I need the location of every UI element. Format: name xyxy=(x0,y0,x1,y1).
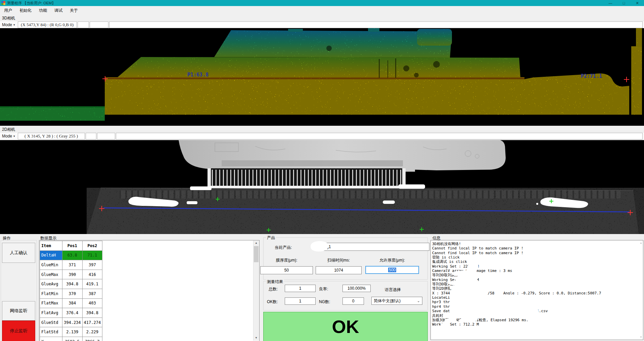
app-icon xyxy=(1,1,5,5)
chevron-down-icon: ⌄ xyxy=(417,299,420,303)
scan-time-label: 扫描时间ms: xyxy=(316,258,362,263)
log-line: Save dat 9110233.csv xyxy=(432,309,637,313)
ng-count-input[interactable]: 0 xyxy=(342,297,364,305)
log-line: CameralV array to HImage time : 3 ms xyxy=(432,269,637,273)
pixel-readout-3d: (X 5473,Y 84) : (R 0,G 0,B 0) xyxy=(18,21,77,28)
readout-cell xyxy=(109,21,643,28)
current-product-input[interactable]: g1 xyxy=(314,243,429,251)
cell-item: GlueMin xyxy=(40,260,62,270)
column-header: Item xyxy=(40,241,62,251)
log-line: Cannot find local IP to match camera IP … xyxy=(432,251,637,255)
result-status-box: OK xyxy=(263,312,428,341)
scroll-up-icon[interactable]: ▲ xyxy=(640,241,642,244)
cell-pos1: 370 xyxy=(62,289,83,298)
table-row[interactable]: GlueStd394.234417.274 xyxy=(40,318,102,327)
log-line: Working Set : 421.0 M xyxy=(432,278,637,282)
cell-pos2: 71.1 xyxy=(82,250,102,260)
cell-pos2: 387 xyxy=(82,289,102,298)
film-thickness-input[interactable]: 50 xyxy=(260,266,313,274)
language-select-label: 语言选择 xyxy=(385,287,401,293)
cell-pos2: 397 xyxy=(82,260,102,270)
table-row[interactable]: GlueMax390416 xyxy=(40,270,102,279)
readout-cell xyxy=(97,133,115,139)
allowed-thickness-input[interactable]: 500 xyxy=(365,266,419,274)
cell-pos1: 63.8 xyxy=(62,250,83,260)
mode-dropdown-2d[interactable]: Mode ▾ xyxy=(0,132,17,140)
height-map-3d[interactable]: P1:63.8 P2:71.1 xyxy=(0,28,644,126)
readout-cell xyxy=(86,133,96,139)
menu-item-2[interactable]: 功能 xyxy=(36,6,50,15)
table-row[interactable]: FlatMin370387 xyxy=(40,289,102,298)
grayscale-image-2d[interactable] xyxy=(0,140,644,234)
cell-item: DeltaH xyxy=(40,250,62,260)
cell-pos1: 394.234 xyxy=(62,318,83,327)
table-row[interactable]: FlatStd2.1392.229 xyxy=(40,327,102,337)
table-scrollbar[interactable]: ▲ ▼ xyxy=(253,240,259,341)
log-line: LocateLi st : 0 xyxy=(432,295,637,300)
results-title: 测量结果 xyxy=(266,279,284,285)
yield-input[interactable]: 100.000% xyxy=(342,285,371,292)
scrollbar-thumb[interactable] xyxy=(254,246,259,262)
film-thickness-label: 膜厚度(μm): xyxy=(260,258,313,263)
cell-item: FlatMin xyxy=(40,289,62,298)
readout-cell xyxy=(78,21,89,28)
menu-item-1[interactable]: 初始化 xyxy=(16,6,35,15)
mode-dropdown-3d[interactable]: Mode ▾ xyxy=(0,21,17,29)
table-row[interactable]: FlatMax384403 xyxy=(40,298,102,308)
stop-listen-button[interactable]: 停止监听 xyxy=(2,321,35,341)
log-line: 登陆 is click xyxy=(432,255,637,260)
camera3d-label: 3D相机 xyxy=(2,15,15,21)
cell-item: FlatMax xyxy=(40,298,62,308)
log-line: 加载3张图 4线 行AOI检查, Elapsed 19296 ms. xyxy=(432,318,637,322)
log-line: hpr4 thr xyxy=(432,304,637,309)
total-count-input[interactable]: 1 xyxy=(285,285,316,292)
menu-item-0[interactable]: 用户 xyxy=(1,6,15,15)
language-dropdown[interactable]: 简体中文(默认) ⌄ xyxy=(371,297,422,305)
log-lines: 3D相机没有网络!Cannot find local IP to match c… xyxy=(432,242,637,327)
cell-pos2: 7966.7 xyxy=(82,337,102,341)
pixel-readout-2d: ( X 3145, Y 28 ) : ( Gray 255 ) xyxy=(18,133,85,139)
ok-count-input[interactable]: 1 xyxy=(285,297,316,305)
p2-marker-label: P2:71.1 xyxy=(581,73,602,79)
manual-confirm-button[interactable]: 人工确认 xyxy=(2,243,35,263)
camera2d-toolstrip: Mode ▾ ( X 3145, Y 28 ) : ( Gray 255 ) xyxy=(0,132,644,140)
table-row[interactable]: X2583.57966.7 xyxy=(40,337,102,341)
table-row[interactable]: FlatAvg376.4394.8 xyxy=(40,308,102,318)
table-row[interactable]: DeltaH63.871.1 xyxy=(40,250,102,260)
title-bar: 测量程序 【当前用户: OEM】 — □ ✕ xyxy=(0,0,644,6)
cell-pos2: 403 xyxy=(82,298,102,308)
table-row[interactable]: GlueMin371397 xyxy=(40,260,102,270)
cell-item: X xyxy=(40,337,62,341)
info-log[interactable]: 3D相机没有网络!Cannot find local IP to match c… xyxy=(430,240,643,340)
network-listen-button[interactable]: 网络监听 xyxy=(2,301,35,321)
menu-item-4[interactable]: 关于 xyxy=(66,6,81,15)
minimize-button[interactable]: — xyxy=(604,0,617,6)
table-row[interactable]: GlueAvg394.8419.1 xyxy=(40,279,102,289)
window-title: 测量程序 【当前用户: OEM】 xyxy=(7,1,55,6)
yield-label: 良率: xyxy=(319,286,328,292)
menu-item-3[interactable]: 调试 xyxy=(51,6,66,15)
selected-text: 500 xyxy=(388,268,396,272)
cell-pos1: 2583.5 xyxy=(62,337,83,341)
product-title: 产品 xyxy=(266,235,276,241)
current-product-label: 当前产品: xyxy=(275,245,292,250)
log-line: X : 3744 /58 Angle : -0.279, Score : 0.0… xyxy=(432,291,637,295)
log-line: Cannot find local IP to match camera IP … xyxy=(432,246,637,250)
readout-cell xyxy=(90,21,108,28)
log-line: 共耗时 xyxy=(432,314,637,318)
log-line: 等到2D拼图 xyxy=(432,286,637,291)
log-line: hpr3 thr xyxy=(432,300,637,304)
cell-pos1: 394.8 xyxy=(62,279,83,289)
close-button[interactable]: ✕ xyxy=(631,0,644,6)
cell-pos1: 390 xyxy=(62,270,83,279)
cell-item: GlueStd xyxy=(40,318,62,327)
camera2d-label: 2D相机 xyxy=(2,127,15,132)
maximize-button[interactable]: □ xyxy=(617,0,631,6)
scroll-down-icon[interactable]: ▼ xyxy=(640,336,642,339)
scroll-up-icon[interactable]: ▲ xyxy=(254,240,259,246)
camera3d-toolstrip: Mode ▾ (X 5473,Y 84) : (R 0,G 0,B 0) xyxy=(0,21,644,29)
cell-pos1: 371 xyxy=(62,260,83,270)
column-header: Pos1 xyxy=(62,241,83,251)
scan-time-input[interactable]: 1074 xyxy=(316,266,362,274)
scroll-down-icon[interactable]: ▼ xyxy=(254,335,259,341)
